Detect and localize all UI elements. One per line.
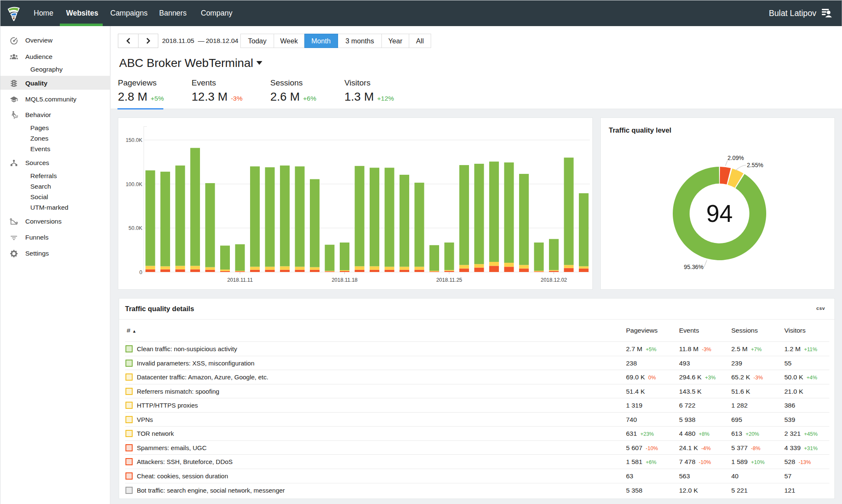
svg-text:2018.11.11: 2018.11.11 bbox=[227, 277, 253, 283]
svg-text:150.0K: 150.0K bbox=[125, 137, 142, 143]
svg-text:94: 94 bbox=[706, 200, 733, 227]
svg-text:0: 0 bbox=[139, 269, 142, 275]
svg-text:2018.11.25: 2018.11.25 bbox=[436, 277, 462, 283]
svg-text:2.55%: 2.55% bbox=[747, 162, 763, 168]
svg-text:2.09%: 2.09% bbox=[727, 155, 744, 161]
svg-text:100.0K: 100.0K bbox=[125, 181, 142, 187]
svg-text:2018.11.18: 2018.11.18 bbox=[332, 277, 358, 283]
svg-text:50.0K: 50.0K bbox=[128, 225, 142, 231]
svg-text:2018.12.02: 2018.12.02 bbox=[541, 277, 567, 283]
svg-text:95.36%: 95.36% bbox=[684, 264, 703, 270]
